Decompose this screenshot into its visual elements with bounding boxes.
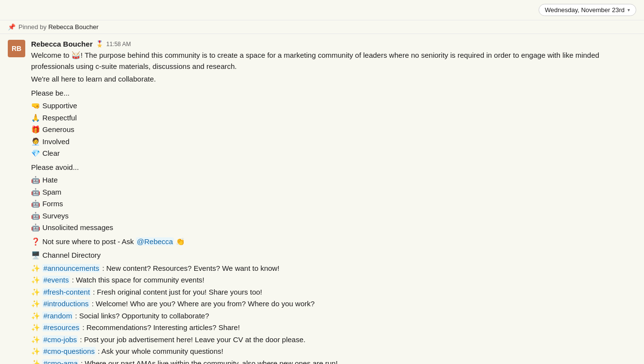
list-item: 🤖 Unsolicited messages (31, 222, 636, 233)
channel-item: ✨ #events : Watch this space for communi… (31, 275, 636, 286)
top-bar: Wednesday, November 23rd ▾ (0, 0, 644, 20)
timestamp: 11:58 AM (106, 41, 131, 48)
not-sure-line: ❓ Not sure where to post - Ask @Rebecca … (31, 236, 636, 248)
channel-link-cmo-ama[interactable]: #cmo-ama (42, 359, 79, 364)
chevron-down-icon: ▾ (627, 7, 630, 13)
pin-icon: 📌 (8, 23, 16, 31)
list-item: 🎁 Generous (31, 124, 636, 135)
channel-item: ✨ #resources : Recommendations? Interest… (31, 322, 636, 333)
avatar: RB (8, 40, 25, 57)
channel-link-events[interactable]: #events (42, 276, 70, 284)
list-item: 🤖 Hate (31, 175, 636, 186)
list-item: 🧑‍💼 Involved (31, 136, 636, 148)
date-label: Wednesday, November 23rd (545, 6, 625, 14)
please-avoid-label: Please avoid... (31, 162, 636, 173)
channel-dir-label: 🖥️ Channel Directory (31, 250, 636, 261)
channel-link-cmo-questions[interactable]: #cmo-questions (42, 347, 96, 355)
channel-link-cmo-jobs[interactable]: #cmo-jobs (42, 335, 78, 344)
message-header: Rebecca Boucher 🎖️ 11:58 AM (31, 40, 636, 48)
message-container: RB Rebecca Boucher 🎖️ 11:58 AM Welcome t… (0, 34, 644, 364)
collaborate-line: We're all here to learn and collaborate. (31, 74, 636, 85)
channel-item: ✨ #announcements : New content? Resource… (31, 263, 636, 274)
mention-link-rebecca[interactable]: @Rebecca (136, 237, 174, 246)
please-be-label: Please be... (31, 88, 636, 99)
list-item: 🤖 Forms (31, 199, 636, 210)
list-item: 🙏 Respectful (31, 113, 636, 124)
pinned-by-label: Pinned by Rebecca Boucher (18, 23, 99, 31)
channel-link-announcements[interactable]: #announcements (42, 264, 100, 272)
pinned-bar: 📌 Pinned by Rebecca Boucher (0, 20, 644, 34)
date-badge[interactable]: Wednesday, November 23rd ▾ (539, 4, 636, 16)
channel-item: ✨ #random : Social links? Opportunity to… (31, 311, 636, 322)
channel-link-random[interactable]: #random (42, 312, 73, 320)
list-item: 🤖 Spam (31, 187, 636, 198)
list-item: 🤖 Surveys (31, 211, 636, 222)
list-item: 🤜 Supportive (31, 100, 636, 112)
sender-name: Rebecca Boucher (31, 40, 93, 48)
verified-icon: 🎖️ (96, 40, 103, 48)
channel-link-resources[interactable]: #resources (42, 323, 80, 331)
message-content: Welcome to 🥁! The purpose behind this co… (31, 50, 636, 364)
channel-item: ✨ #cmo-questions : Ask your whole commun… (31, 346, 636, 357)
channel-item: ✨ #cmo-jobs : Post your job advertisemen… (31, 334, 636, 346)
welcome-line: Welcome to 🥁! The purpose behind this co… (31, 50, 636, 72)
message-body: Rebecca Boucher 🎖️ 11:58 AM Welcome to 🥁… (31, 40, 636, 364)
channel-item: ✨ #fresh-content : Fresh original conten… (31, 287, 636, 298)
channel-link-introductions[interactable]: #introductions (42, 299, 89, 308)
channel-item: ✨ #introductions : Welcome! Who are you?… (31, 298, 636, 310)
channel-item: ✨ #cmo-ama : Where our past AMAs live wi… (31, 358, 636, 364)
pinned-by-name: Rebecca Boucher (48, 23, 98, 31)
channel-link-fresh-content[interactable]: #fresh-content (42, 288, 91, 296)
list-item: 💎 Clear (31, 148, 636, 159)
